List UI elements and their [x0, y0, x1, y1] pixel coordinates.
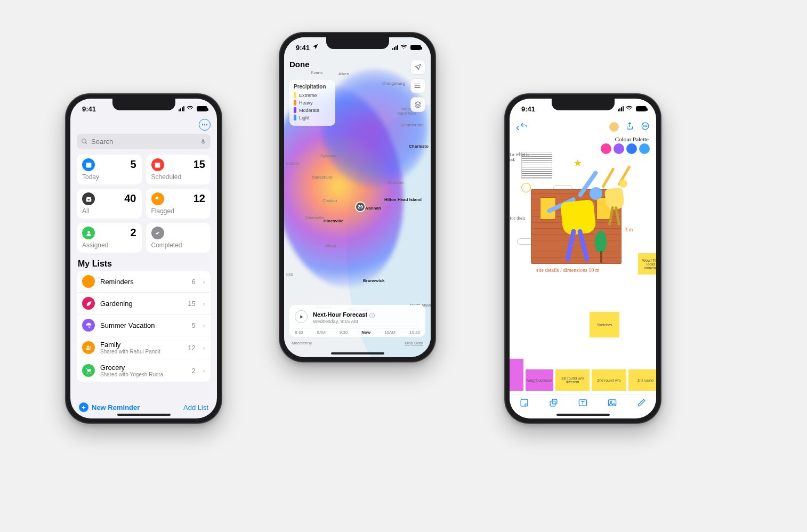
play-button[interactable]: [295, 310, 308, 323]
search-input[interactable]: [91, 138, 197, 146]
text-tool[interactable]: [578, 398, 588, 410]
notch: [112, 99, 175, 110]
done-button[interactable]: Done: [289, 60, 310, 69]
more-button[interactable]: ⋯: [199, 119, 211, 131]
notch: [552, 99, 615, 110]
battery-icon: [197, 106, 207, 111]
my-lists: Reminders 6 › Gardening 15 › Summer Vaca…: [77, 271, 211, 382]
umbrella-icon: [82, 319, 95, 332]
status-time: 9:41: [82, 105, 96, 113]
freeform-toolbar: ‹: [510, 119, 656, 135]
my-lists-header: My Lists: [70, 253, 217, 271]
smart-list-all[interactable]: 40 All: [77, 189, 142, 219]
map-data-link[interactable]: Map Data: [405, 341, 423, 345]
list-button[interactable]: [410, 78, 425, 93]
locate-button[interactable]: [410, 60, 425, 75]
sticky-row: Neighbourhood1st round w/o different2nd …: [510, 369, 656, 391]
tick: 10:30: [409, 330, 420, 335]
more-button[interactable]: [641, 122, 650, 133]
figure-blue-drawing[interactable]: [547, 178, 611, 263]
wifi-icon: [187, 104, 193, 113]
tick: 8:30: [295, 330, 303, 335]
collaborator-avatar[interactable]: [609, 122, 619, 132]
sticky-note[interactable]: 1st round w/o different: [555, 369, 590, 391]
city-label: Statesboro: [312, 175, 333, 180]
add-list-button[interactable]: Add List: [183, 404, 208, 412]
wifi-icon: [400, 43, 407, 52]
pen-tool[interactable]: [636, 398, 647, 410]
smart-list-flagged[interactable]: 12 Flagged: [146, 189, 211, 219]
search-icon: [81, 138, 88, 145]
star-drawing[interactable]: ★: [574, 157, 582, 169]
play-icon: [299, 315, 304, 319]
dimension-label[interactable]: 3 m: [625, 227, 633, 232]
current-location-pin[interactable]: 29: [355, 201, 366, 212]
info-icon[interactable]: i: [369, 313, 375, 318]
svg-point-9: [647, 125, 647, 126]
city-label: Glennville: [305, 215, 324, 220]
home-indicator[interactable]: [556, 414, 610, 416]
list-item[interactable]: Family Shared with Rahul Pandit 12 ›: [77, 336, 211, 359]
sticky-note[interactable]: Sketches: [590, 312, 619, 337]
tick: 9AM: [317, 330, 325, 335]
home-indicator[interactable]: [117, 414, 171, 416]
svg-point-7: [643, 125, 644, 126]
chevron-right-icon: ›: [203, 367, 208, 375]
sticky-note[interactable]: Wow! This looks amazing: [638, 253, 656, 275]
label: Today: [82, 173, 136, 181]
city-label: Sylvania: [320, 154, 336, 158]
canvas-note[interactable]: ct about a what it bourhood,: [510, 152, 533, 163]
list-item[interactable]: Summer Vacation 5 ›: [77, 315, 211, 336]
signal-icon: [392, 45, 398, 50]
list-item[interactable]: Gardening 15 ›: [77, 293, 211, 315]
freeform-canvas[interactable]: ct about a what it bourhood, prompt for …: [510, 152, 656, 391]
map-label: Macclenny: [292, 341, 312, 345]
tick: 9:30: [340, 330, 348, 335]
home-indicator[interactable]: [331, 352, 384, 354]
legend-row: Light: [294, 115, 331, 120]
inbox-icon: [82, 192, 95, 205]
timeline[interactable]: 8:309AM9:30Now10AM10:30: [295, 328, 420, 335]
list-item[interactable]: Reminders 6 ›: [77, 271, 211, 293]
figure-yellow-drawing[interactable]: [602, 169, 640, 228]
svg-rect-12: [552, 399, 557, 404]
status-time: 9:41: [296, 44, 310, 52]
leaf-icon: [82, 297, 95, 310]
svg-point-4: [415, 85, 415, 86]
sun-drawing[interactable]: [521, 183, 531, 192]
smart-list-today[interactable]: 5 Today: [77, 155, 142, 184]
smart-list-scheduled[interactable]: 15 Scheduled: [146, 155, 211, 184]
dimension-label[interactable]: site details / dimensions 10 m: [536, 267, 600, 273]
smart-list-completed[interactable]: Completed: [146, 223, 211, 253]
share-button[interactable]: [625, 122, 634, 133]
chevron-right-icon: ›: [203, 300, 208, 308]
count: 5: [130, 158, 136, 171]
sticky-note[interactable]: 3rd round: [628, 369, 656, 391]
undo-button[interactable]: [520, 122, 529, 133]
sticky-note[interactable]: 2nd round w/o: [592, 369, 626, 391]
precipitation-legend: Precipitation Extreme Heavy Moderate Lig…: [289, 80, 335, 126]
cart-icon: [82, 364, 95, 377]
svg-point-1: [86, 345, 88, 348]
microphone-icon[interactable]: [200, 139, 206, 145]
list-item[interactable]: Grocery Shared with Yogesh Rudra 2 ›: [77, 359, 211, 382]
city-label: oss: [286, 272, 293, 277]
smart-list-assigned[interactable]: 2 Assigned: [77, 223, 142, 253]
svg-point-15: [610, 401, 611, 402]
media-tool[interactable]: [607, 398, 617, 410]
canvas-note[interactable]: prompt for their own: [510, 216, 530, 227]
count: 12: [193, 192, 205, 205]
tick: 10AM: [384, 330, 396, 335]
layers-button[interactable]: [410, 97, 425, 112]
shapes-tool[interactable]: [548, 398, 559, 410]
search-field[interactable]: [77, 134, 211, 149]
back-button[interactable]: ‹: [516, 121, 520, 133]
sticky-note[interactable]: Neighbourhood: [526, 369, 553, 391]
sticky-note[interactable]: [510, 359, 523, 391]
city-label: Hilton Head Island: [384, 197, 422, 202]
phone-freeform: 9:41 ‹ Colour Palette ct about a what it…: [504, 93, 661, 424]
new-reminder-button[interactable]: + New Reminder: [79, 402, 140, 412]
sticky-tool[interactable]: [519, 398, 529, 410]
phone-reminders: 9:41 ⋯ 5 Today 15 Scheduled: [65, 93, 222, 424]
chevron-right-icon: ›: [203, 344, 208, 352]
